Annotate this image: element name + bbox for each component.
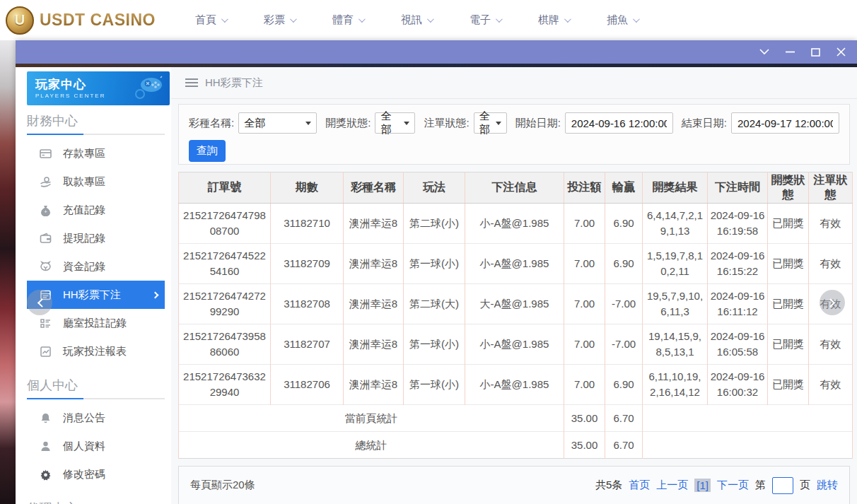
sidebar-item-label: HH彩票下注 [63, 288, 121, 302]
chevron-down-icon [633, 16, 640, 23]
svg-text:+: + [44, 209, 47, 214]
cell-draw-result: 1,5,19,7,8,10,2,11 [643, 244, 708, 284]
cell-order-status: 有效 [809, 365, 853, 405]
sidebar-item-withdraw-records[interactable]: 提現記錄 [27, 224, 165, 252]
sidebar-item-player-bet-report[interactable]: 玩家投注報表 [27, 337, 165, 365]
grand-summary-row: 總統計 35.00 6.70 [179, 432, 853, 459]
nav-item-slots[interactable]: 電子 [470, 13, 501, 27]
first-page-link[interactable]: 首页 [629, 479, 650, 492]
cell-order-no: 2152172647452254160 [179, 244, 271, 284]
window-titlebar[interactable] [16, 40, 857, 64]
panel-expand-button[interactable] [820, 290, 845, 315]
window-minimize-button[interactable] [785, 47, 795, 57]
pagination-bar: 每頁顯示20條 共5条 首页 上一页 [1] 下一页 第 页 跳转 [178, 466, 850, 504]
cell-order-status: 有效 [809, 244, 853, 284]
sidebar-item-recharge-records[interactable]: + 充值記錄 [27, 196, 165, 224]
nav-item-live[interactable]: 視訊 [401, 13, 432, 27]
nav-item-sports[interactable]: 體育 [332, 13, 363, 27]
chevron-right-icon [152, 291, 159, 298]
sidebar-item-label: 資金記錄 [63, 260, 105, 274]
chevron-right-icon [826, 298, 835, 307]
sidebar-item-profile[interactable]: 個人資料 [27, 432, 165, 460]
window-maximize-button[interactable] [810, 47, 820, 57]
window-close-button[interactable] [836, 47, 846, 57]
page-summary-empty [643, 405, 853, 432]
order-status-select[interactable]: 全部 [474, 112, 507, 134]
sidebar-item-hall-bet-records[interactable]: 廳室投註記錄 [27, 309, 165, 337]
lottery-name-select[interactable]: 全部 [238, 112, 317, 134]
sidebar-item-label: 消息公告 [63, 411, 105, 425]
sidebar-item-deposit[interactable]: 存款專區 [27, 139, 165, 168]
selected-value: 全部 [244, 117, 265, 130]
sidebar-item-announcements[interactable]: 消息公告 [27, 404, 165, 432]
nav-label: 彩票 [264, 13, 285, 27]
col-lottery-name: 彩種名稱 [344, 172, 404, 204]
page-size-text: 每頁顯示20條 [190, 479, 255, 492]
start-date-label: 開始日期: [515, 117, 561, 130]
deposit-card-icon [40, 148, 52, 160]
draw-status-select[interactable]: 全部 [375, 112, 415, 134]
query-button[interactable]: 查詢 [189, 140, 226, 162]
bets-table-wrap: 訂單號 期數 彩種名稱 玩法 下注信息 投注額 輸贏 開獎結果 下注時間 開獎狀… [178, 172, 850, 459]
sidebar-collapse-button[interactable] [27, 290, 52, 315]
cell-draw-result: 6,4,14,7,2,19,1,13 [643, 204, 708, 244]
sidebar-item-change-password[interactable]: 修改密碼 [27, 460, 165, 488]
next-page-link[interactable]: 下一页 [717, 479, 749, 492]
cell-bet-info: 小-A盤@1.985 [465, 204, 564, 244]
window-collapse-button[interactable] [759, 47, 769, 57]
cell-play-type: 第一球(小) [404, 324, 465, 365]
sidebar-item-funds-records[interactable]: 資金記錄 [27, 252, 165, 281]
col-order-no: 訂單號 [179, 172, 271, 204]
report-chart-icon [40, 346, 52, 358]
sidebar-item-label: 提現記錄 [63, 232, 105, 245]
grand-summary-bet-total: 35.00 [564, 432, 605, 459]
sidebar-item-withdraw[interactable]: 取款專區 [27, 168, 165, 196]
grand-summary-winloss-total: 6.70 [605, 432, 643, 459]
cell-play-type: 第一球(小) [404, 244, 465, 284]
col-draw-status: 開獎狀態 [768, 172, 809, 204]
cell-draw-result: 6,11,10,19,2,16,14,12 [643, 365, 708, 405]
hamburger-icon[interactable] [185, 78, 198, 87]
nav-label: 捕魚 [607, 13, 628, 27]
coin-letter: U [15, 12, 25, 28]
nav-item-cards[interactable]: 棋牌 [538, 13, 569, 27]
jump-suffix-text: 页 [800, 479, 810, 492]
cell-winloss: 6.90 [605, 204, 643, 244]
nav-item-fishing[interactable]: 捕魚 [607, 13, 638, 27]
table-row: 2152172647452254160 31182709 澳洲幸运8 第一球(小… [179, 244, 853, 284]
cell-bet-info: 小-A盤@1.985 [465, 365, 564, 405]
cell-lottery-name: 澳洲幸运8 [344, 324, 404, 365]
nav-item-lottery[interactable]: 彩票 [264, 13, 295, 27]
jump-prefix-text: 第 [755, 479, 766, 492]
current-page-indicator: [1] [694, 479, 711, 492]
sidebar-item-label: 存款專區 [63, 147, 105, 160]
jump-action-link[interactable]: 跳转 [817, 479, 838, 492]
draw-status-label: 開獎狀態: [325, 117, 371, 130]
withdraw-hand-icon [40, 176, 52, 188]
cell-draw-status: 已開獎 [768, 324, 809, 365]
site-logo[interactable]: U USDT CASINO [0, 6, 156, 35]
cell-lottery-name: 澳洲幸运8 [344, 204, 404, 244]
chevron-down-icon [358, 16, 366, 23]
hall-list-icon [40, 317, 52, 329]
cell-play-type: 第二球(小) [404, 204, 465, 244]
end-date-input[interactable] [731, 112, 839, 134]
jump-page-input[interactable] [772, 477, 793, 494]
section-heading-agent: 代理中心 [16, 490, 171, 504]
cell-winloss: -7.00 [605, 284, 643, 324]
sidebar-item-label: 充值記錄 [63, 204, 105, 217]
table-row: 2152172647395886060 31182707 澳洲幸运8 第一球(小… [179, 324, 853, 365]
start-date-input[interactable] [565, 112, 673, 134]
col-bet-info: 下注信息 [465, 172, 564, 204]
prev-page-link[interactable]: 上一页 [656, 479, 688, 492]
col-play-type: 玩法 [404, 172, 465, 204]
cell-winloss: -7.00 [605, 324, 643, 365]
cell-period: 31182706 [271, 365, 344, 405]
cell-bet-time: 2024-09-16 16:11:12 [708, 284, 768, 324]
nav-item-home[interactable]: 首頁 [195, 13, 226, 27]
cell-order-no: 2152172647479808700 [179, 204, 271, 244]
end-date-label: 結束日期: [682, 117, 727, 130]
nav-label: 電子 [470, 13, 491, 27]
wallet-icon [40, 233, 52, 245]
gamepad-icon [132, 76, 164, 102]
